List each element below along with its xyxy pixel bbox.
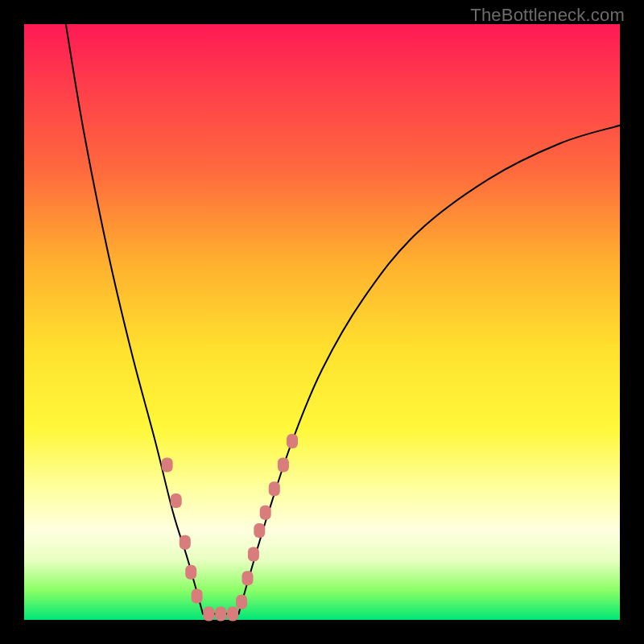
data-marker <box>185 565 196 580</box>
data-marker <box>236 595 247 609</box>
watermark-text: TheBottleneck.com <box>470 5 625 26</box>
data-marker <box>287 434 298 448</box>
data-marker <box>215 607 226 621</box>
data-marker <box>260 506 271 520</box>
data-marker <box>227 607 238 621</box>
data-marker <box>269 481 280 496</box>
data-marker <box>254 523 265 538</box>
curve-left-branch <box>66 24 203 614</box>
curve-right-branch <box>238 126 620 614</box>
chart-frame: TheBottleneck.com <box>0 0 644 644</box>
chart-svg <box>24 24 620 620</box>
data-marker <box>203 607 214 621</box>
data-marker <box>171 493 182 508</box>
marker-group <box>162 434 298 621</box>
data-marker <box>192 588 203 603</box>
data-marker <box>278 458 289 473</box>
data-marker <box>180 535 191 550</box>
data-marker <box>248 547 259 562</box>
data-marker <box>242 571 254 585</box>
data-marker <box>162 458 173 473</box>
